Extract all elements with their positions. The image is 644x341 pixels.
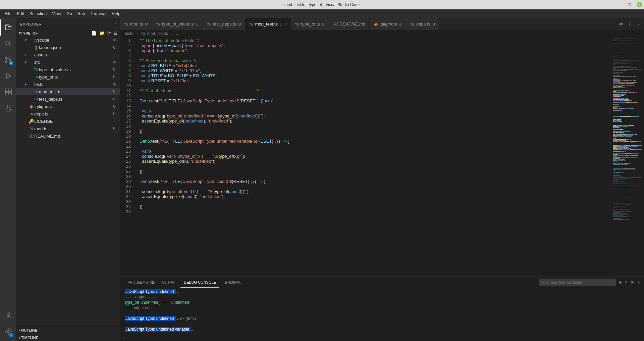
minimize-icon[interactable]: − bbox=[619, 2, 622, 7]
breadcrumb[interactable]: tests TSmod_test.ts ... bbox=[120, 30, 644, 37]
tab-output[interactable]: OUTPUT bbox=[159, 277, 180, 288]
editor-tab[interactable]: TSmod_test.tsU× bbox=[245, 18, 291, 30]
outline-section[interactable]: › OUTLINE bbox=[16, 326, 120, 334]
close-icon[interactable]: × bbox=[637, 2, 642, 7]
svg-point-8 bbox=[7, 313, 10, 315]
close-panel-icon[interactable]: × bbox=[637, 280, 640, 285]
compare-icon[interactable]: ⇄ bbox=[619, 21, 623, 27]
editor-tab[interactable]: TSmod.tsU bbox=[120, 18, 152, 30]
more-icon[interactable]: ⋯ bbox=[112, 22, 116, 26]
tree-item[interactable]: 🔑LICENSE bbox=[16, 117, 120, 125]
editor-tab[interactable]: ⓘREADME.md bbox=[329, 18, 370, 30]
tree-item[interactable]: ›assets bbox=[16, 51, 120, 58]
testing-icon[interactable] bbox=[0, 100, 16, 116]
window-title: mod_test.ts - type_of - Visual Studio Co… bbox=[284, 2, 360, 7]
accounts-icon[interactable] bbox=[0, 307, 16, 324]
svg-point-9 bbox=[7, 331, 9, 333]
svg-rect-4 bbox=[5, 89, 8, 92]
menu-file[interactable]: File bbox=[2, 10, 14, 17]
menu-view[interactable]: View bbox=[49, 10, 64, 17]
run-debug-icon[interactable] bbox=[0, 68, 16, 84]
search-icon[interactable] bbox=[0, 36, 16, 52]
filter-icon[interactable]: ≡ bbox=[619, 280, 622, 285]
clear-icon[interactable]: ⊘ bbox=[630, 280, 634, 285]
title-bar: mod_test.ts - type_of - Visual Studio Co… bbox=[0, 0, 644, 9]
editor-tab[interactable]: ◆.gitignoreU bbox=[370, 18, 406, 30]
svg-rect-7 bbox=[9, 92, 11, 95]
sidebar-root-row[interactable]: ▾ TYPE_OF 📄 📁 ⟳ ⊟ bbox=[16, 30, 120, 36]
editor-tab[interactable]: TStype_of_value.tsU bbox=[152, 18, 203, 30]
menu-help[interactable]: Help bbox=[109, 10, 123, 17]
code-editor[interactable]: 1234567891011121314151617181920212223242… bbox=[120, 37, 610, 277]
more-icon[interactable]: ⋯ bbox=[636, 21, 641, 27]
filter-input[interactable] bbox=[539, 279, 616, 286]
settings-icon[interactable]: 1 bbox=[0, 324, 16, 340]
editor-tab[interactable]: TStype_of.tsU bbox=[291, 18, 329, 30]
tree-item[interactable]: TStype_of_value.tsU bbox=[16, 66, 120, 73]
editor-tab[interactable]: TStest_deps.tsU bbox=[203, 18, 246, 30]
bottom-panel: PROBLEMS1 OUTPUT DEBUG CONSOLE TERMINAL … bbox=[120, 277, 644, 341]
tree-item[interactable]: ⓘREADME.md bbox=[16, 132, 120, 140]
menu-run[interactable]: Run bbox=[75, 10, 88, 17]
close-icon: × bbox=[284, 22, 287, 27]
tab-terminal[interactable]: TERMINAL bbox=[219, 277, 245, 288]
tree-item[interactable]: TSdeps.tsU bbox=[16, 110, 120, 117]
tree-item[interactable]: ▾.vscode bbox=[16, 36, 120, 44]
editor-tab[interactable]: TSdeps.tsU bbox=[406, 18, 439, 30]
tree-item[interactable]: ▾tests bbox=[16, 81, 120, 88]
new-file-icon[interactable]: 📄 bbox=[91, 31, 97, 36]
editor-area: TSmod.tsUTStype_of_value.tsUTStest_deps.… bbox=[120, 18, 644, 341]
svg-point-1 bbox=[6, 57, 7, 59]
tree-item[interactable]: {}launch.jsonU bbox=[16, 44, 120, 51]
new-folder-icon[interactable]: 📁 bbox=[99, 31, 105, 36]
tree-item[interactable]: TStype_of.tsU bbox=[16, 73, 120, 81]
tab-debug-console[interactable]: DEBUG CONSOLE bbox=[180, 277, 219, 288]
svg-point-2 bbox=[6, 61, 7, 63]
menu-selection[interactable]: Selection bbox=[27, 10, 49, 17]
menu-terminal[interactable]: Terminal bbox=[88, 10, 109, 17]
chevron-up-icon[interactable]: ^ bbox=[625, 280, 627, 285]
activity-bar: 8 1 bbox=[0, 18, 16, 341]
menu-edit[interactable]: Edit bbox=[14, 10, 27, 17]
extensions-icon[interactable] bbox=[0, 84, 16, 100]
maximize-icon[interactable]: □ bbox=[628, 2, 631, 7]
source-control-icon[interactable]: 8 bbox=[0, 52, 16, 68]
sidebar-title: EXPLORER bbox=[20, 22, 42, 26]
refresh-icon[interactable]: ⟳ bbox=[107, 31, 111, 36]
tree-item[interactable]: TStest_deps.tsU bbox=[16, 95, 120, 103]
svg-rect-6 bbox=[5, 92, 8, 95]
svg-rect-5 bbox=[9, 89, 11, 92]
explorer-icon[interactable] bbox=[0, 19, 16, 36]
tree-item[interactable]: TSmod_test.tsU bbox=[16, 88, 120, 95]
sidebar-explorer: EXPLORER ⋯ ▾ TYPE_OF 📄 📁 ⟳ ⊟ ▾.vscode{}l… bbox=[16, 18, 120, 341]
menu-go[interactable]: Go bbox=[64, 10, 75, 17]
sidebar-root: TYPE_OF bbox=[21, 31, 38, 35]
tree-item[interactable]: TSmod.tsU bbox=[16, 125, 120, 132]
tree-item[interactable]: ▾src bbox=[16, 58, 120, 66]
debug-prompt[interactable]: › bbox=[120, 334, 644, 341]
tree-item[interactable]: ◆.gitignoreU bbox=[16, 103, 120, 110]
timeline-section[interactable]: › TIMELINE bbox=[16, 334, 120, 341]
collapse-icon[interactable]: ⊟ bbox=[114, 31, 117, 36]
svg-point-0 bbox=[6, 41, 10, 45]
minimap[interactable] bbox=[610, 37, 644, 277]
tab-problems[interactable]: PROBLEMS1 bbox=[124, 277, 159, 288]
menu-bar: File Edit Selection View Go Run Terminal… bbox=[0, 9, 644, 18]
split-icon[interactable]: ◫ bbox=[628, 21, 632, 27]
editor-tabs: TSmod.tsUTStype_of_value.tsUTStest_deps.… bbox=[120, 18, 644, 30]
